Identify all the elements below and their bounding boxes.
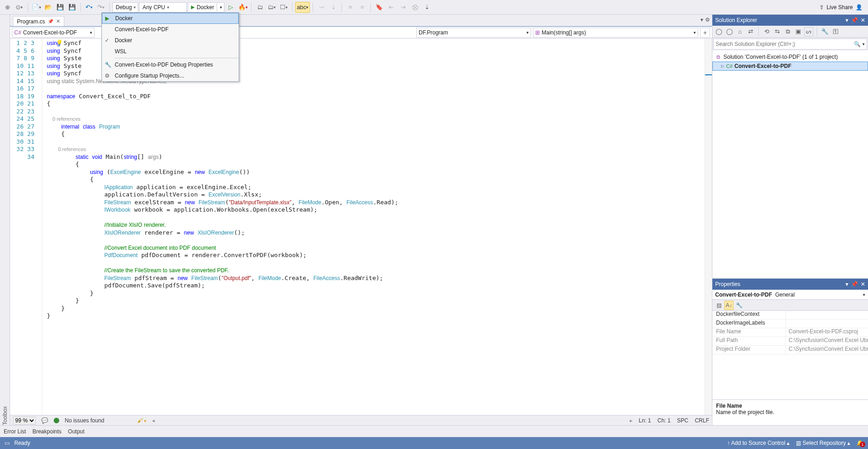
- start-debug-button[interactable]: ▶Docker▾: [188, 2, 224, 12]
- live-share-label[interactable]: Live Share: [827, 4, 853, 11]
- code-editor[interactable]: 💡 1 2 3 4 5 6 7 8 9 10 11 12 13 14 15 16…: [10, 39, 712, 415]
- open-icon[interactable]: 📂: [43, 2, 54, 13]
- tab-dropdown-icon[interactable]: ▾: [700, 17, 703, 23]
- categorize-icon[interactable]: ▤: [714, 301, 723, 310]
- se-close-icon[interactable]: ✕: [861, 17, 865, 23]
- prop-dropdown-icon[interactable]: ▾: [846, 281, 848, 287]
- indent-left-icon[interactable]: ≡: [345, 2, 356, 13]
- se-dropdown-icon[interactable]: ▾: [846, 17, 848, 23]
- bookmark-next-icon[interactable]: ⇥: [398, 2, 409, 13]
- configuration-combo[interactable]: Debug▾: [112, 2, 138, 12]
- tab-output[interactable]: Output: [68, 428, 84, 435]
- toolbox-panel[interactable]: Toolbox: [0, 15, 10, 425]
- property-value[interactable]: Convert-Excel-to-PDF.csproj: [786, 328, 868, 337]
- properties-object-combo[interactable]: Convert-Excel-to-PDF General▾: [712, 290, 868, 300]
- dropdown-item[interactable]: Convert-Excel-to-PDF: [102, 24, 239, 35]
- bookmark-prev-icon[interactable]: ⇤: [386, 2, 397, 13]
- back-nav-icon[interactable]: ⊙ ▾: [14, 2, 25, 13]
- solution-node[interactable]: ⧉Solution 'Convert-Excel-to-PDF' (1 of 1…: [712, 52, 868, 62]
- bookmark-icon[interactable]: 🔖: [374, 2, 385, 13]
- property-row[interactable]: DockerfileContext: [712, 311, 868, 320]
- property-row[interactable]: Project FolderC:\Syncfusion\Convert Exce…: [712, 346, 868, 354]
- dropdown-item[interactable]: ✓Docker: [102, 35, 239, 46]
- namespace-dropdown[interactable]: DF.Program▾: [416, 28, 531, 38]
- notifications-icon[interactable]: 🔔1: [857, 440, 863, 446]
- solution-search-input[interactable]: [716, 41, 854, 47]
- se-back-icon[interactable]: ◯: [714, 27, 723, 36]
- line-label[interactable]: Ln: 1: [639, 417, 651, 424]
- se-showall-icon[interactable]: ▣: [794, 27, 803, 36]
- pin-icon[interactable]: 📌: [48, 19, 53, 24]
- save-icon[interactable]: 💾: [55, 2, 66, 13]
- spc-label[interactable]: SPC: [677, 417, 689, 424]
- files-icon[interactable]: 🗂 ▾: [266, 2, 277, 13]
- project-dropdown[interactable]: C#Convert-Excel-to-PDF▾: [12, 28, 95, 38]
- properties-grid[interactable]: DockerfileContextDockerImageLabelsFile N…: [712, 311, 868, 399]
- issues-label[interactable]: No issues found: [65, 417, 104, 424]
- add-source-control[interactable]: ↑ Add to Source Control ▴: [727, 440, 790, 446]
- lightbulb-icon[interactable]: 💡: [56, 39, 63, 46]
- platform-combo[interactable]: Any CPU▾: [139, 2, 187, 12]
- search-icon[interactable]: 🔍: [854, 41, 861, 47]
- dropdown-item[interactable]: WSL: [102, 46, 239, 57]
- property-row[interactable]: File NameConvert-Excel-to-PDF.csproj: [712, 328, 868, 337]
- bookmark-clear-icon[interactable]: ⨂: [409, 2, 420, 13]
- new-item-icon[interactable]: 📄 ▾: [31, 2, 42, 13]
- dropdown-item[interactable]: 🔧Convert-Excel-to-PDF Debug Properties: [102, 59, 239, 70]
- step-into-icon[interactable]: ⇣: [328, 2, 339, 13]
- overflow-icon[interactable]: ⇣: [421, 2, 432, 13]
- hot-reload-icon[interactable]: 🔥 ▾: [237, 2, 248, 13]
- prop-pin-icon[interactable]: 📌: [851, 281, 858, 287]
- zoom-combo[interactable]: 99 %: [13, 416, 36, 425]
- tab-program-cs[interactable]: Program.cs 📌 ✕: [13, 16, 64, 26]
- find-in-files-icon[interactable]: 🗂: [254, 2, 265, 13]
- property-value[interactable]: [786, 320, 868, 328]
- output-window-icon[interactable]: ▭: [5, 440, 10, 446]
- tab-breakpoints[interactable]: Breakpoints: [33, 428, 62, 435]
- step-over-icon[interactable]: ⤻: [316, 2, 327, 13]
- dropdown-item[interactable]: ⚙Configure Startup Projects...: [102, 70, 239, 81]
- redo-icon[interactable]: ↷ ▾: [95, 2, 106, 13]
- solution-search[interactable]: 🔍▾: [713, 39, 867, 50]
- code-content[interactable]: using Syncf using Syncf using Syste usin…: [42, 39, 705, 415]
- property-value[interactable]: C:\Syncfusion\Convert Excel Ubun: [786, 346, 868, 354]
- col-label[interactable]: Ch: 1: [657, 417, 671, 424]
- se-view-icon[interactable]: ᔕ: [804, 27, 813, 36]
- target-icon[interactable]: ⊕: [2, 2, 13, 13]
- close-icon[interactable]: ✕: [56, 18, 60, 24]
- se-fwd-icon[interactable]: ◯: [725, 27, 734, 36]
- alphabetize-icon[interactable]: A↓: [724, 301, 734, 310]
- se-filter-icon[interactable]: ⇆: [773, 27, 782, 36]
- indent-right-icon[interactable]: ≡: [357, 2, 368, 13]
- prop-close-icon[interactable]: ✕: [861, 281, 865, 287]
- property-value[interactable]: C:\Syncfusion\Convert Excel Ubun: [786, 337, 868, 345]
- dropdown-item[interactable]: ▶Docker: [102, 13, 239, 24]
- brush-icon[interactable]: 🖌 ▾: [137, 417, 146, 424]
- crlf-label[interactable]: CRLF: [695, 417, 709, 424]
- tab-error-list[interactable]: Error List: [4, 428, 26, 435]
- feedback-icon[interactable]: 💬: [41, 417, 48, 424]
- se-switch-icon[interactable]: ⇄: [746, 27, 755, 36]
- se-home-icon[interactable]: ⌂: [735, 27, 745, 36]
- prop-wrench-icon[interactable]: 🔧: [734, 301, 744, 310]
- property-row[interactable]: Full PathC:\Syncfusion\Convert Excel Ubu…: [712, 337, 868, 346]
- se-pin-icon[interactable]: 📌: [851, 17, 858, 23]
- se-sync-icon[interactable]: ⟲: [762, 27, 771, 36]
- se-collapse-icon[interactable]: ⧉: [783, 27, 792, 36]
- undo-icon[interactable]: ↶ ▾: [84, 2, 95, 13]
- split-editor-button[interactable]: +: [700, 28, 710, 38]
- solution-explorer-title-bar[interactable]: Solution Explorer ▾📌✕: [712, 15, 868, 26]
- se-key-icon[interactable]: ⚿: [831, 27, 840, 36]
- layout-icon[interactable]: ☐ ▾: [278, 2, 289, 13]
- abc-icon[interactable]: abc ▾: [295, 2, 310, 13]
- live-share-icon[interactable]: ⇪: [819, 4, 824, 11]
- select-repository[interactable]: ▥ Select Repository ▴: [796, 440, 850, 446]
- start-without-debug-icon[interactable]: ▷: [225, 2, 236, 13]
- se-wrench-icon[interactable]: 🔧: [820, 27, 829, 36]
- save-all-icon[interactable]: 💾: [67, 2, 78, 13]
- solution-tree[interactable]: ⧉Solution 'Convert-Excel-to-PDF' (1 of 1…: [712, 51, 868, 278]
- account-icon[interactable]: 👤: [856, 4, 862, 11]
- vertical-scrollbar[interactable]: [705, 39, 712, 415]
- properties-title-bar[interactable]: Properties ▾📌✕: [712, 279, 868, 290]
- property-row[interactable]: DockerImageLabels: [712, 320, 868, 328]
